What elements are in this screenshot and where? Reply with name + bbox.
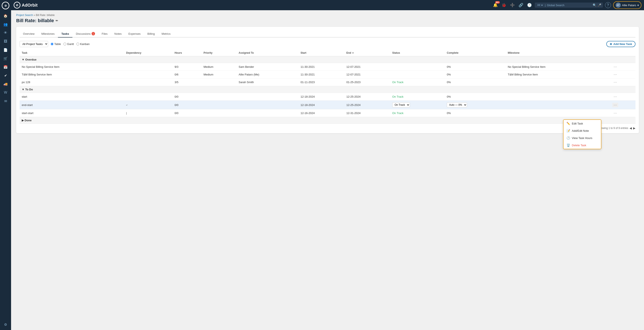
section-overdue-label[interactable]: ▼ Overdue: [20, 56, 636, 63]
row-actions-button[interactable]: ⋯: [612, 103, 618, 107]
global-search-input[interactable]: [547, 4, 592, 7]
row-complete: 0%: [445, 63, 506, 71]
context-note-label: Add/Edit Note: [572, 129, 589, 132]
tab-billing[interactable]: Billing: [144, 30, 158, 38]
task-filter-select[interactable]: All Project Tasks: [20, 41, 48, 47]
notification-count: 99+: [495, 1, 500, 4]
sidebar-item-users[interactable]: 👥: [2, 21, 9, 28]
search-button[interactable]: 🔍: [593, 4, 596, 7]
sidebar-item-image[interactable]: 🖼: [2, 38, 9, 45]
row-hours: 0/0: [172, 101, 202, 109]
status-dropdown[interactable]: On Track: [392, 102, 410, 107]
tab-metrics[interactable]: Metrics: [158, 30, 174, 38]
context-menu-note[interactable]: 📝 Add/Edit Note: [564, 127, 601, 134]
add-task-button[interactable]: ⊕ Add New Task: [606, 41, 636, 47]
overdue-toggle[interactable]: ▼ Overdue: [22, 58, 36, 61]
sidebar-item-home[interactable]: 🏠: [2, 12, 9, 20]
page-title-area: Bill Rate: billable ✏: [16, 18, 639, 24]
row-hours: 0/6: [172, 71, 202, 79]
row-actions-cell: ⋯: [610, 93, 636, 101]
sidebar-item-mail[interactable]: ✉: [2, 97, 9, 105]
row-end: 01-25-2023: [344, 79, 390, 86]
tab-tasks[interactable]: Tasks: [58, 30, 72, 38]
row-dependency: |: [124, 109, 172, 117]
sidebar-item-docs[interactable]: 📄: [2, 46, 9, 54]
row-priority: [202, 93, 236, 101]
link-icon[interactable]: 🔗: [518, 2, 524, 8]
plus-icon[interactable]: ➕: [509, 2, 516, 8]
tab-expenses[interactable]: Expenses: [125, 30, 144, 38]
row-actions-cell: ⋯: [610, 79, 636, 86]
pagination-text: Showing 1 to 9 of 9 entries: [598, 127, 628, 130]
view-table-option[interactable]: Table: [51, 43, 61, 46]
sidebar: ⊘ 🏠 👥 👁 🖼 📄 🛒 📅 ✔ 🚚 W ✉ ⚙: [0, 0, 11, 330]
row-actions-button[interactable]: ⋯: [612, 72, 618, 77]
clock-icon[interactable]: 🕐: [526, 2, 532, 8]
row-hours: 9/3: [172, 63, 202, 71]
section-todo-label[interactable]: ▼ To Do: [20, 86, 636, 93]
row-start: 12-18-2024: [298, 101, 344, 109]
sidebar-item-eye[interactable]: 👁: [2, 29, 9, 37]
col-task: Task: [20, 50, 124, 56]
sidebar-item-word[interactable]: W: [2, 89, 9, 96]
section-done-label[interactable]: ▶ Done: [20, 117, 636, 124]
row-actions-cell: ⋯: [610, 63, 636, 71]
tab-milestones[interactable]: Milestones: [38, 30, 58, 38]
row-actions-button[interactable]: ⋯: [612, 80, 618, 84]
add-task-icon: ⊕: [610, 43, 612, 46]
edit-title-icon[interactable]: ✏: [56, 19, 58, 22]
help-icon[interactable]: ?: [605, 2, 611, 8]
pagination-prev[interactable]: ◀: [630, 126, 632, 130]
row-hours: 3/5: [172, 79, 202, 86]
row-actions-button[interactable]: ⋯: [612, 94, 618, 99]
sidebar-item-truck[interactable]: 🚚: [2, 80, 9, 88]
row-priority: [202, 109, 236, 117]
notifications-icon[interactable]: 🔔 99+: [492, 2, 498, 8]
sidebar-item-settings[interactable]: ⚙: [2, 321, 9, 328]
row-hours: 0/0: [172, 109, 202, 117]
breadcrumb-parent[interactable]: Project Search: [16, 14, 33, 17]
todo-toggle[interactable]: ▼ To Do: [22, 88, 33, 91]
row-dependency: [124, 93, 172, 101]
row-dependency: [124, 79, 172, 86]
row-complete: 0%: [445, 71, 506, 79]
row-end: 12-07-2021: [344, 63, 390, 71]
row-status: On Track: [390, 109, 445, 117]
context-menu-delete[interactable]: 🗑️ Delete Task: [564, 142, 601, 149]
context-delete-label: Delete Task: [572, 144, 586, 147]
row-actions-button[interactable]: ⋯: [612, 111, 618, 115]
view-kanban-radio[interactable]: [76, 43, 79, 45]
view-table-radio[interactable]: [51, 43, 54, 45]
context-menu-hours[interactable]: 🕐 View Task Hours: [564, 134, 601, 142]
done-toggle[interactable]: ▶ Done: [22, 119, 32, 122]
context-menu-edit[interactable]: ✏️ Edit Task: [564, 120, 601, 127]
row-actions-cell: ⋯: [610, 71, 636, 79]
table-row: T&M Billing Service Item 0/6 Medium Alli…: [20, 71, 636, 79]
task-table: Task Dependency Hours Priority Assigned …: [20, 50, 636, 124]
user-menu[interactable]: AP Allie Pataro ▾: [613, 1, 642, 9]
search-divider: |: [545, 4, 546, 7]
mic-button[interactable]: 🎤: [598, 4, 601, 7]
row-end: 12-25-2024: [344, 93, 390, 101]
row-actions-button[interactable]: ⋯: [612, 65, 618, 69]
view-gantt-radio[interactable]: [64, 43, 66, 45]
col-status: Status: [390, 50, 445, 56]
search-scope-select[interactable]: All: [536, 4, 544, 7]
row-task-name: end-start: [20, 101, 124, 109]
main-card: Overview Milestones Tasks Discussions 1 …: [16, 27, 639, 133]
tab-overview[interactable]: Overview: [20, 30, 38, 38]
pagination-next[interactable]: ▶: [633, 126, 636, 130]
bell-icon[interactable]: 🐞: [501, 2, 507, 8]
complete-dropdown[interactable]: Auto — 0%: [447, 102, 467, 107]
tab-notes[interactable]: Notes: [111, 30, 125, 38]
sidebar-item-cart[interactable]: 🛒: [2, 55, 9, 62]
sidebar-item-tasks[interactable]: ✔: [2, 72, 9, 79]
view-gantt-option[interactable]: Gantt: [64, 43, 74, 46]
view-kanban-option[interactable]: Kanban: [76, 43, 90, 46]
sidebar-item-calendar[interactable]: 📅: [2, 63, 9, 71]
tab-discussions[interactable]: Discussions 1: [72, 30, 98, 38]
pagination-info: Showing 1 to 9 of 9 entries ◀ ▶: [20, 126, 636, 130]
user-avatar: AP: [616, 3, 621, 8]
row-status: [390, 71, 445, 79]
tab-files[interactable]: Files: [98, 30, 111, 38]
